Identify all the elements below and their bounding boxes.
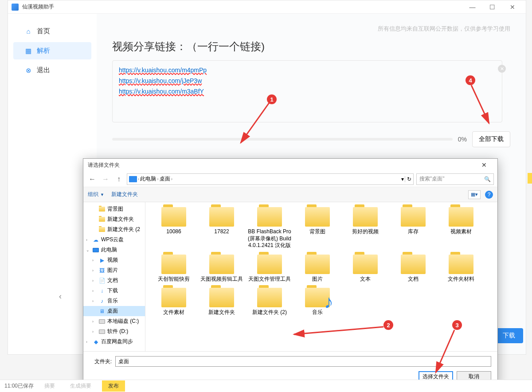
- folder-icon: [161, 255, 186, 274]
- folder-label: 剪好的视频: [352, 228, 379, 235]
- doc-icon: 📄: [98, 278, 106, 284]
- folder-item[interactable]: 天图视频剪辑工具: [198, 252, 246, 286]
- sidebar-item-label: 解析: [37, 47, 50, 55]
- folder-label: 背景图: [309, 228, 325, 235]
- progress-row: 0% 全部下载: [112, 131, 510, 147]
- folder-field-label: 文件夹:: [90, 358, 112, 365]
- minimize-button[interactable]: —: [462, 0, 482, 14]
- tree-item[interactable]: ›🖼图片: [83, 265, 145, 275]
- tree-item[interactable]: ›↓下载: [83, 286, 145, 296]
- folder-item[interactable]: 新建文件夹: [198, 285, 246, 319]
- tree-item[interactable]: ›☁WPS云盘: [83, 235, 145, 245]
- folder-icon: [98, 227, 106, 233]
- nav-up-button[interactable]: ↑: [113, 174, 124, 184]
- url-textarea[interactable]: https://v.kuaishou.com/m4pmPp https://v.…: [112, 60, 502, 122]
- folder-item[interactable]: 剪好的视频: [341, 204, 389, 252]
- new-folder-button[interactable]: 新建文件夹: [111, 191, 138, 198]
- breadcrumb[interactable]: › 此电脑 › 桌面 › ▾↻: [127, 173, 414, 185]
- dialog-titlebar: 请选择文件夹 ✕: [83, 159, 497, 171]
- folder-label: 天创智能快剪: [158, 276, 190, 283]
- tree-item-label: 新建文件夹: [107, 216, 134, 223]
- view-mode-button[interactable]: ▦▾: [468, 190, 481, 199]
- folder-item[interactable]: 文档: [389, 252, 437, 286]
- close-button[interactable]: ✕: [502, 0, 522, 14]
- tree-item[interactable]: ›♪音乐: [83, 296, 145, 306]
- chevron-right-icon: ›: [171, 176, 172, 181]
- publish-button[interactable]: 发布: [102, 380, 125, 392]
- tree-item[interactable]: ›本地磁盘 (C:): [83, 316, 145, 326]
- breadcrumb-dropdown[interactable]: ▾↻: [401, 176, 411, 182]
- dialog-toolbar: 组织▼ 新建文件夹 ▦▾ ?: [83, 187, 497, 202]
- folder-icon: [449, 207, 473, 227]
- nav-forward-button[interactable]: →: [100, 174, 111, 184]
- tree-item-label: 图片: [107, 267, 118, 274]
- tree-item-label: 下载: [107, 287, 118, 294]
- music-icon: ♪: [98, 298, 106, 304]
- dialog-close-button[interactable]: ✕: [475, 161, 493, 169]
- folder-item[interactable]: 文件夹材料: [437, 252, 485, 286]
- folder-label: 文件素材: [163, 309, 184, 316]
- url-line: https://v.kuaishou.com/m4pmPp: [119, 67, 207, 74]
- tree-item[interactable]: 新建文件夹 (2: [83, 224, 145, 235]
- download-all-button[interactable]: 全部下载: [472, 131, 510, 147]
- folder-item[interactable]: 17822: [198, 204, 246, 252]
- search-icon: 🔍: [484, 176, 491, 182]
- tree-item[interactable]: ›▶视频: [83, 255, 145, 265]
- disk-icon: [98, 329, 106, 335]
- organize-menu[interactable]: 组织▼: [88, 191, 104, 198]
- parse-icon: ▦: [24, 47, 32, 55]
- tree-item[interactable]: 🖥桌面: [83, 306, 145, 316]
- folder-item[interactable]: 背景图: [293, 204, 341, 252]
- tree-item[interactable]: ›软件 (D:): [83, 326, 145, 337]
- nav-back-button[interactable]: ←: [87, 174, 98, 184]
- folder-item[interactable]: 视频素材: [437, 204, 485, 252]
- dialog-title: 请选择文件夹: [88, 161, 120, 169]
- annotation-badge-3: 3: [452, 320, 462, 330]
- clear-button[interactable]: ✕: [498, 65, 506, 73]
- tree-item[interactable]: 新建文件夹: [83, 214, 145, 224]
- folder-icon: [449, 255, 473, 274]
- dialog-nav: ← → ↑ › 此电脑 › 桌面 › ▾↻ 搜索"桌面" 🔍: [83, 171, 497, 187]
- annotation-badge-2: 2: [383, 320, 393, 330]
- tree-item[interactable]: ⌄此电脑: [83, 245, 145, 255]
- folder-name-input[interactable]: [115, 356, 491, 367]
- folder-icon: [401, 255, 426, 274]
- folder-item[interactable]: 新建文件夹 (2): [246, 285, 293, 319]
- folder-item[interactable]: 10086: [150, 204, 198, 252]
- folder-item[interactable]: 图片: [293, 252, 341, 286]
- maximize-button[interactable]: ☐: [482, 0, 502, 14]
- folder-item[interactable]: 天创智能快剪: [150, 252, 198, 286]
- tree-item-label: 文档: [107, 277, 118, 284]
- sidebar-item-label: 首页: [37, 27, 50, 35]
- help-button[interactable]: ?: [485, 191, 493, 199]
- progress-percent: 0%: [458, 136, 467, 143]
- summary-tab[interactable]: 摘要: [40, 380, 59, 392]
- search-placeholder: 搜索"桌面": [419, 175, 445, 183]
- sidebar-item-home[interactable]: ⌂ 首页: [13, 23, 91, 40]
- search-input[interactable]: 搜索"桌面" 🔍: [416, 173, 494, 185]
- folder-item[interactable]: 音乐: [293, 285, 341, 319]
- sidebar-item-exit[interactable]: ⊗ 退出: [13, 62, 91, 79]
- folder-label: 视频素材: [450, 228, 472, 235]
- folder-item[interactable]: 文本: [341, 252, 389, 286]
- folder-item[interactable]: BB FlashBack Pro(屏幕录像机) Build 4.0.1.2421…: [246, 204, 293, 252]
- folder-icon: [161, 207, 186, 227]
- folder-tree[interactable]: 背景图新建文件夹新建文件夹 (2›☁WPS云盘⌄此电脑›▶视频›🖼图片›📄文档›…: [83, 202, 145, 351]
- download-button[interactable]: 下载: [495, 328, 523, 343]
- breadcrumb-item[interactable]: 此电脑: [140, 175, 156, 183]
- tree-item[interactable]: ›◆百度网盘同步: [83, 337, 145, 347]
- folder-item[interactable]: 天图文件管理工具: [246, 252, 293, 286]
- folder-item[interactable]: 文件素材: [150, 285, 198, 319]
- tree-item-label: 音乐: [107, 297, 118, 305]
- caret-icon: ›: [86, 238, 90, 242]
- sidebar-item-parse[interactable]: ▦ 解析: [13, 42, 91, 59]
- tree-item[interactable]: ›📄文档: [83, 275, 145, 286]
- folder-icon: [161, 288, 186, 307]
- breadcrumb-item[interactable]: 桌面: [160, 175, 170, 183]
- url-line: https://v.kuaishou.com/jJeP3w: [119, 77, 202, 84]
- folder-item[interactable]: 库存: [389, 204, 437, 252]
- tree-item[interactable]: 背景图: [83, 204, 145, 214]
- file-grid[interactable]: 1008617822BB FlashBack Pro(屏幕录像机) Build …: [145, 202, 497, 351]
- gen-summary-tab[interactable]: 生成摘要: [66, 380, 96, 392]
- sidebar-collapse-toggle[interactable]: ‹: [50, 283, 70, 310]
